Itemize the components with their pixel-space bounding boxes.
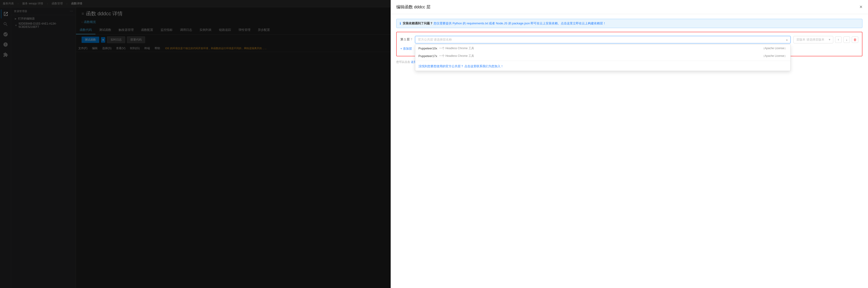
dropdown-separator — [415, 61, 790, 61]
not-found-anchor[interactable]: 没找到您要想使用的官方公共层？ 点击这里联系我们为您加入！ — [418, 64, 504, 68]
layer-config-section: 第 1 层 ? 官方公共层 请选择层名称 ▲ Puppeteer10x — [396, 32, 862, 56]
alert-link[interactable]: 您仅需要提供 Python 的 requirements.txt 或者 Node… — [434, 22, 606, 25]
layer1-name-select[interactable]: 官方公共层 请选择层名称 — [415, 36, 790, 44]
not-found-text: 没找到您要想使用的官方公共层？ — [418, 64, 464, 68]
dropdown-item-puppeteer17x[interactable]: Puppeteer17x 一个 Headless Chrome 工具 （Apac… — [415, 52, 790, 60]
modal-overlay: 编辑函数 dddcc 层 × ℹ 安装依赖遇到了问题？ 您仅需要提供 Pytho… — [0, 0, 868, 288]
not-found-link: 没找到您要想使用的官方公共层？ 点击这里联系我们为您加入！ — [415, 62, 790, 71]
layer1-dropdown-menu: Puppeteer10x 一个 Headless Chrome 工具 （Apac… — [415, 44, 790, 71]
add-layer-button[interactable]: + 添加层 — [400, 45, 412, 52]
not-found-link-text: 点击这里联系我们为您加入！ — [464, 64, 503, 68]
layer1-up-btn[interactable]: ↑ — [835, 36, 842, 43]
layer1-label-text: 第 1 层 — [400, 37, 410, 41]
dropdown-item-puppeteer10x[interactable]: Puppeteer10x 一个 Headless Chrome 工具 （Apac… — [415, 45, 790, 52]
add-layer-label: + 添加层 — [400, 47, 412, 51]
modal-panel: 编辑函数 dddcc 层 × ℹ 安装依赖遇到了问题？ 您仅需要提供 Pytho… — [391, 0, 868, 288]
alert-title: 安装依赖遇到了问题？ — [403, 22, 433, 25]
puppeteer10x-desc: 一个 Headless Chrome 工具 — [439, 47, 474, 50]
bottom-notice-prefix: 您可以点击 — [396, 60, 410, 63]
layer1-name-select-wrapper: 官方公共层 请选择层名称 ▲ Puppeteer10x 一个 Headless … — [415, 36, 790, 44]
layer1-down-btn[interactable]: ↓ — [843, 36, 850, 43]
puppeteer17x-license: （Apache License） — [762, 54, 787, 58]
layer1-select-placeholder: 官方公共层 请选择层名称 — [418, 37, 452, 42]
puppeteer17x-desc: 一个 Headless Chrome 工具 — [439, 54, 474, 58]
version-select-container: 层版本 请选择层版本 ▼ — [794, 36, 833, 44]
modal-alert: ℹ 安装依赖遇到了问题？ 您仅需要提供 Python 的 requirement… — [396, 19, 862, 28]
layer1-delete-btn[interactable]: 🗑 — [852, 36, 858, 43]
layer1-row: 第 1 层 ? 官方公共层 请选择层名称 ▲ Puppeteer10x — [400, 36, 858, 44]
layer1-version-select[interactable]: 层版本 请选择层版本 — [794, 36, 833, 44]
alert-link-text: 您仅需要提供 Python 的 requirements.txt 或者 Node… — [434, 22, 606, 25]
layer1-version-wrapper: 层版本 请选择层版本 ▼ ↑ ↓ 🗑 — [794, 36, 858, 44]
puppeteer17x-name: Puppeteer17x — [418, 54, 437, 58]
layer1-label: 第 1 层 ? — [400, 36, 412, 41]
modal-title: 编辑函数 dddcc 层 — [396, 4, 431, 10]
layer1-help-icon[interactable]: ? — [411, 38, 412, 41]
alert-info-icon: ℹ — [400, 22, 401, 25]
modal-close-button[interactable]: × — [860, 4, 862, 9]
modal-body: ℹ 安装依赖遇到了问题？ 您仅需要提供 Python 的 requirement… — [391, 14, 868, 288]
modal-header: 编辑函数 dddcc 层 × — [391, 0, 868, 14]
alert-content: 安装依赖遇到了问题？ 您仅需要提供 Python 的 requirements.… — [403, 21, 606, 26]
puppeteer10x-license: （Apache License） — [762, 47, 787, 50]
version-placeholder: 层版本 请选择层版本 — [797, 37, 825, 42]
puppeteer10x-name: Puppeteer10x — [418, 47, 437, 50]
